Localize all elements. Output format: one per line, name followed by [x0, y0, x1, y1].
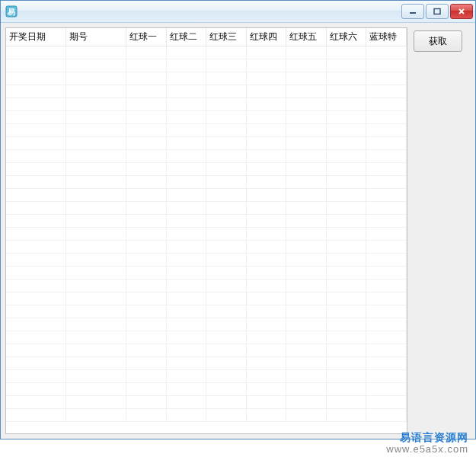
table-cell	[206, 267, 247, 280]
table-row[interactable]	[6, 124, 407, 137]
table-cell	[286, 85, 327, 98]
table-row[interactable]	[6, 331, 407, 344]
col-red-3[interactable]: 红球三	[206, 28, 247, 46]
table-cell	[206, 228, 247, 241]
table-cell	[6, 357, 66, 370]
close-button[interactable]	[450, 4, 473, 19]
table-cell	[326, 254, 366, 267]
table-cell	[206, 46, 247, 59]
table-row[interactable]	[6, 344, 407, 357]
table-row[interactable]	[6, 215, 407, 228]
table-row[interactable]	[6, 280, 407, 292]
table-cell	[206, 111, 247, 124]
window-controls	[401, 4, 475, 19]
table-row[interactable]	[6, 189, 407, 202]
table-cell	[366, 383, 407, 396]
table-cell	[286, 176, 327, 189]
col-red-4[interactable]: 红球四	[246, 28, 286, 46]
table-cell	[126, 280, 167, 292]
table-row[interactable]	[6, 98, 407, 111]
fetch-button[interactable]: 获取	[414, 30, 462, 52]
table-cell	[286, 189, 327, 202]
table-cell	[326, 396, 366, 409]
table-row[interactable]	[6, 267, 407, 280]
table-cell	[166, 305, 206, 318]
table-cell	[206, 383, 247, 396]
table-cell	[166, 72, 206, 85]
table-row[interactable]	[6, 150, 407, 163]
table-cell	[206, 163, 247, 176]
table-cell	[286, 267, 327, 280]
table-cell	[206, 59, 247, 72]
col-red-5[interactable]: 红球五	[286, 28, 327, 46]
table-row[interactable]	[6, 85, 407, 98]
table-cell	[206, 357, 247, 370]
table-cell	[246, 241, 286, 254]
table-row[interactable]	[6, 357, 407, 370]
table-row[interactable]	[6, 292, 407, 305]
table-cell	[286, 228, 327, 241]
table-cell	[166, 292, 206, 305]
table-cell	[126, 111, 167, 124]
results-table-container[interactable]: 开奖日期 期号 红球一 红球二 红球三 红球四 红球五 红球六 蓝球特	[5, 27, 407, 434]
table-row[interactable]	[6, 241, 407, 254]
table-cell	[206, 72, 247, 85]
table-cell	[246, 176, 286, 189]
table-cell	[66, 46, 126, 59]
table-cell	[126, 98, 167, 111]
table-row[interactable]	[6, 176, 407, 189]
table-cell	[366, 331, 407, 344]
table-cell	[326, 85, 366, 98]
table-row[interactable]	[6, 72, 407, 85]
table-row[interactable]	[6, 318, 407, 331]
table-row[interactable]	[6, 305, 407, 318]
table-cell	[126, 357, 167, 370]
table-row[interactable]	[6, 383, 407, 396]
table-cell	[326, 383, 366, 396]
table-row[interactable]	[6, 370, 407, 383]
table-cell	[246, 383, 286, 396]
table-cell	[66, 59, 126, 72]
table-row[interactable]	[6, 137, 407, 150]
table-cell	[366, 85, 407, 98]
table-row[interactable]	[6, 228, 407, 241]
titlebar[interactable]: 易	[1, 1, 475, 23]
table-cell	[6, 124, 66, 137]
table-cell	[246, 137, 286, 150]
table-cell	[246, 370, 286, 383]
table-cell	[6, 98, 66, 111]
col-draw-date[interactable]: 开奖日期	[6, 28, 66, 46]
col-issue[interactable]: 期号	[66, 28, 126, 46]
table-cell	[246, 124, 286, 137]
table-cell	[6, 137, 66, 150]
table-cell	[246, 292, 286, 305]
table-cell	[66, 409, 126, 422]
col-blue-special[interactable]: 蓝球特	[366, 28, 407, 46]
table-cell	[126, 46, 167, 59]
table-row[interactable]	[6, 59, 407, 72]
table-row[interactable]	[6, 163, 407, 176]
table-cell	[206, 254, 247, 267]
table-cell	[66, 292, 126, 305]
col-red-6[interactable]: 红球六	[326, 28, 366, 46]
table-cell	[126, 215, 167, 228]
table-row[interactable]	[6, 111, 407, 124]
table-cell	[206, 98, 247, 111]
table-cell	[66, 72, 126, 85]
table-cell	[126, 124, 167, 137]
table-cell	[246, 228, 286, 241]
table-cell	[286, 202, 327, 215]
table-row[interactable]	[6, 409, 407, 422]
table-cell	[66, 150, 126, 163]
minimize-button[interactable]	[401, 4, 424, 19]
table-row[interactable]	[6, 396, 407, 409]
table-row[interactable]	[6, 254, 407, 267]
table-cell	[126, 241, 167, 254]
table-row[interactable]	[6, 202, 407, 215]
table-row[interactable]	[6, 46, 407, 59]
col-red-1[interactable]: 红球一	[126, 28, 167, 46]
col-red-2[interactable]: 红球二	[166, 28, 206, 46]
table-cell	[246, 72, 286, 85]
table-cell	[6, 215, 66, 228]
maximize-button[interactable]	[426, 4, 449, 19]
